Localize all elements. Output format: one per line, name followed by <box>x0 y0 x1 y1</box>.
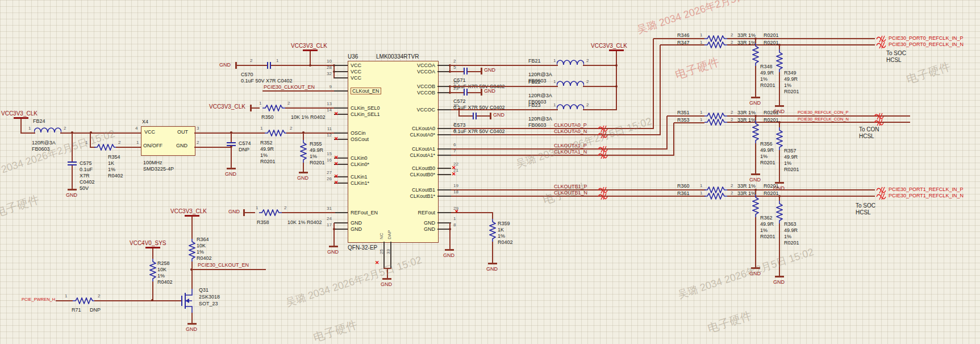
port-label-port0-p[interactable]: PCIE30_PORT0_REFCLK_IN_P <box>889 35 963 41</box>
resistor-ref[interactable]: R353 <box>677 117 690 123</box>
resistor-symbol[interactable] <box>94 144 117 151</box>
port-label-port0-n[interactable]: PCIE30_PORT0_REFCLK_IN_N <box>889 42 964 47</box>
resistor-symbol[interactable] <box>704 119 727 126</box>
resistor-labels[interactable]: R25810K 1%R0402 <box>157 260 173 285</box>
gnd-symbol[interactable] <box>488 263 497 264</box>
power-label-vcc3v3[interactable]: VCC3V3_CLK <box>1 110 37 117</box>
gnd-symbol[interactable] <box>382 278 391 280</box>
net-label-pcie30-clkout-en[interactable]: PCIE30_CLKOUT_EN <box>264 84 315 90</box>
ic-part[interactable]: LMK00334RTVR <box>376 53 419 60</box>
ic-ref[interactable]: U36 <box>348 53 358 60</box>
gnd-symbol[interactable] <box>751 267 760 269</box>
resistor-ref[interactable]: R347 <box>677 40 690 45</box>
resistor-ref[interactable]: R361 <box>677 190 690 196</box>
power-label-vcc3v3[interactable]: VCC3V3_CLK <box>591 43 627 49</box>
resistor-symbol[interactable] <box>704 193 727 200</box>
resistor-symbol[interactable] <box>300 140 307 163</box>
transistor-ref[interactable]: Q31 <box>199 287 208 293</box>
ferrite-ref[interactable]: FB21 <box>528 58 541 64</box>
resistor-ref[interactable]: R346 <box>677 32 690 38</box>
resistor-labels[interactable]: R36349.9R 1%R0201 <box>784 221 799 246</box>
capacitor-plate[interactable] <box>68 161 77 163</box>
net-label-clkouta0-p[interactable]: CLKOUTA0_P <box>554 122 587 128</box>
gnd-symbol[interactable] <box>751 97 760 98</box>
ferrite-bead-symbol[interactable] <box>557 59 584 66</box>
resistor-symbol[interactable] <box>752 194 759 217</box>
capacitor-plate[interactable] <box>227 142 236 143</box>
capacitor-ref[interactable]: C573 <box>453 122 466 128</box>
capacitor-ref[interactable]: C574 <box>239 140 251 146</box>
gnd-symbol[interactable] <box>299 172 308 173</box>
power-label-vcc4v0[interactable]: VCC4V0_SYS <box>130 240 166 246</box>
resistor-labels[interactable]: R34949.9R 1%R0201 <box>784 70 799 95</box>
capacitor-ref[interactable]: C570 <box>241 72 253 77</box>
net-label-clkoutb1-n[interactable]: CLKOUTB1_N <box>554 190 587 196</box>
port-label-port1-p[interactable]: PCIE30_PORT1_REFCLK_IN_P <box>889 186 963 192</box>
net-label-pcie30-clkout-en[interactable]: PCIE30_CLKOUT_EN <box>198 262 249 268</box>
gnd-symbol[interactable] <box>775 276 784 277</box>
gnd-symbol[interactable] <box>187 323 197 325</box>
ferrite-ref[interactable]: FB23 <box>528 102 541 108</box>
resistor-symbol[interactable] <box>776 127 783 150</box>
net-label-pcie-pwren[interactable]: PCIE_PWREN_H <box>22 297 55 302</box>
ferrite-ref[interactable]: FB24 <box>33 118 45 124</box>
net-label-con-n[interactable]: PCIE30_REFCLK_CON_N <box>798 117 849 122</box>
gnd-symbol[interactable] <box>490 113 491 119</box>
resistor-symbol[interactable] <box>704 42 727 48</box>
resistor-symbol[interactable] <box>265 130 287 136</box>
resistor-ref[interactable]: R350 <box>261 114 274 120</box>
gnd-symbol[interactable] <box>68 189 77 190</box>
net-label-clkouta1-p[interactable]: CLKOUTA1_P <box>554 143 587 148</box>
resistor-symbol[interactable] <box>776 49 783 72</box>
capacitor-plate[interactable] <box>464 68 465 74</box>
power-label-vcc3v3[interactable]: VCC3V3_CLK <box>209 103 245 110</box>
resistor-symbol[interactable] <box>752 121 759 143</box>
capacitor-ref[interactable]: C572 <box>453 98 466 104</box>
resistor-symbol[interactable] <box>776 201 783 223</box>
port-label-port1-n[interactable]: PCIE30_PORT1_REFCLK_IN_N <box>889 193 964 198</box>
resistor-ref[interactable]: R360 <box>677 183 690 189</box>
gnd-symbol[interactable] <box>775 105 784 107</box>
resistor-labels[interactable]: R34849.9R 1%R0201 <box>760 64 775 89</box>
gnd-symbol[interactable] <box>481 89 482 96</box>
net-label-con-p[interactable]: PCIE30_REFCLK_CON_P <box>798 110 849 115</box>
resistor-labels[interactable]: R35249.9R 1%R0201 <box>260 140 276 165</box>
resistor-symbol[interactable] <box>489 219 496 242</box>
gnd-symbol[interactable] <box>329 246 338 247</box>
ferrite-bead-symbol[interactable] <box>34 127 61 134</box>
net-label-clkoutb1-p[interactable]: CLKOUTB1_P <box>554 184 587 189</box>
power-label-vcc3v3[interactable]: VCC3V3_CLK <box>170 208 207 214</box>
ferrite-bead-symbol[interactable] <box>557 103 584 110</box>
resistor-symbol[interactable] <box>262 105 285 111</box>
gnd-symbol[interactable] <box>481 68 482 74</box>
capacitor-ref[interactable]: C571 <box>453 77 466 83</box>
capacitor-plate[interactable] <box>267 62 268 69</box>
resistor-labels[interactable]: R36410K 1%R0402 <box>197 237 212 262</box>
resistor-ref[interactable]: R351 <box>677 110 690 115</box>
oscillator-ref[interactable]: X4 <box>142 119 148 125</box>
resistor-symbol[interactable] <box>73 297 95 304</box>
resistor-labels[interactable]: R36249.9R 1%R0201 <box>760 215 775 240</box>
gnd-symbol[interactable] <box>445 249 454 251</box>
resistor-labels[interactable]: R3541K 1%R0402 <box>108 154 123 179</box>
power-label-vcc3v3[interactable]: VCC3V3_CLK <box>291 43 327 49</box>
net-label-clkouta0-n[interactable]: CLKOUTA0_N <box>554 129 587 134</box>
capacitor-plate[interactable] <box>464 89 465 96</box>
resistor-labels[interactable]: R3591K 1%R0402 <box>498 221 513 246</box>
resistor-ref[interactable]: R71 <box>72 307 81 313</box>
gnd-symbol[interactable] <box>751 173 760 175</box>
gnd-symbol[interactable] <box>227 168 236 169</box>
resistor-symbol[interactable] <box>189 239 195 262</box>
resistor-symbol[interactable] <box>259 209 282 216</box>
ferrite-bead-symbol[interactable] <box>557 80 584 87</box>
mosfet-symbol[interactable] <box>181 289 195 313</box>
resistor-symbol[interactable] <box>149 259 156 281</box>
net-label-clkouta1-n[interactable]: CLKOUTA1_N <box>554 149 587 155</box>
resistor-ref[interactable]: R358 <box>257 219 269 225</box>
resistor-labels[interactable]: R35649.9R 1%R0201 <box>760 141 775 166</box>
ferrite-ref[interactable]: FB22 <box>528 79 541 85</box>
capacitor-labels[interactable]: C5750.1uF X7RC0402 50V <box>80 160 95 192</box>
capacitor-plate[interactable] <box>473 113 474 119</box>
resistor-symbol[interactable] <box>752 43 759 66</box>
resistor-labels[interactable]: R35749.9R 1%R0201 <box>784 148 799 173</box>
